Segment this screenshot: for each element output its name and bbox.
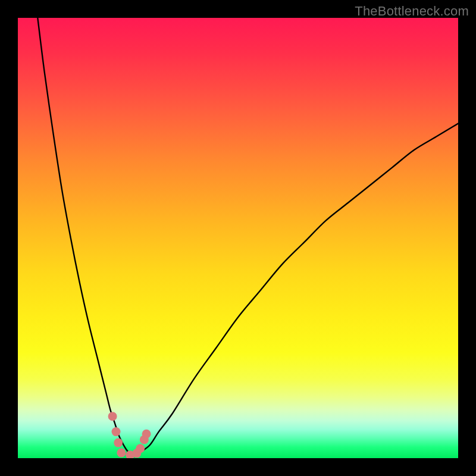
curve-marker [108, 412, 117, 421]
curve-marker [112, 427, 121, 436]
plot-area [18, 18, 458, 458]
curve-marker [117, 449, 126, 458]
bottleneck-curve [37, 18, 458, 454]
curve-layer [18, 18, 458, 458]
chart-frame: TheBottleneck.com [0, 0, 476, 476]
curve-marker [114, 439, 123, 447]
curve-marker [136, 444, 145, 453]
watermark-text: TheBottleneck.com [355, 4, 469, 19]
curve-markers [108, 412, 151, 458]
curve-marker [142, 430, 151, 439]
